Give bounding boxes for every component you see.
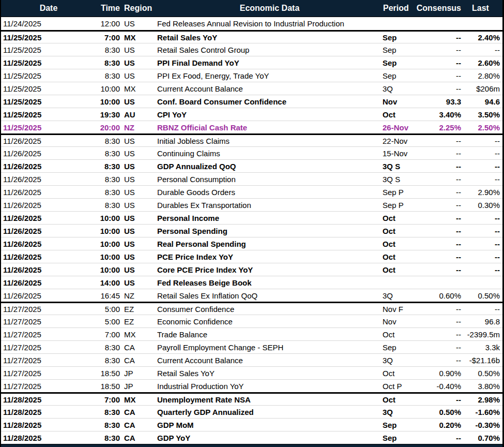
cell-consensus: -- [416, 343, 461, 352]
cell-period: Sep [382, 58, 416, 67]
cell-period: Oct [382, 369, 416, 378]
table-row[interactable]: 11/25/202510:00USConf. Board Consumer Co… [1, 95, 502, 108]
table-row[interactable]: 11/28/20257:00MXUnemployment Rate NSAOct… [1, 392, 502, 405]
cell-date: 11/27/2025 [1, 369, 96, 378]
cell-consensus: 0.50% [416, 408, 461, 416]
table-row[interactable]: 11/27/202518:50JPIndustrial Production Y… [1, 379, 502, 392]
cell-period: Oct [382, 110, 416, 119]
cell-event: PPI Ex Food, Energy, Trade YoY [157, 71, 382, 80]
cell-region: MX [120, 84, 157, 93]
cell-region: NZ [120, 123, 157, 132]
table-row[interactable]: 11/25/20258:30USPPI Final Demand YoYSep-… [1, 56, 502, 69]
cell-last: -- [461, 214, 502, 222]
table-row[interactable]: 11/27/20255:00EZEconomic ConfidenceNov--… [1, 315, 502, 327]
cell-time: 18:50 [96, 369, 120, 378]
table-row[interactable]: 11/28/20258:30CAGDP MoMSep0.20%-0.30% [1, 418, 502, 431]
cell-date: 11/26/2025 [1, 227, 96, 235]
table-row[interactable]: 11/24/202512:00USFed Releases Annual Rev… [1, 17, 502, 30]
table-row[interactable]: 11/26/202510:00USPersonal IncomeOct---- [1, 211, 502, 224]
cell-region: US [120, 227, 157, 235]
cell-time: 8:30 [96, 137, 120, 145]
cell-consensus: -- [416, 149, 461, 158]
cell-period: Oct [382, 240, 416, 248]
table-row[interactable]: 11/25/20258:30USPPI Ex Food, Energy, Tra… [1, 69, 502, 82]
cell-consensus: 93.3 [416, 97, 461, 106]
cell-period: Nov [382, 317, 416, 326]
cell-period: Sep [382, 434, 416, 442]
cell-region: US [120, 46, 157, 54]
cell-last: 2.98% [461, 395, 502, 404]
cell-time: 8:30 [96, 71, 120, 80]
table-row[interactable]: 11/26/20258:30USInitial Jobless Claims22… [1, 133, 502, 146]
table-row[interactable]: 11/26/20258:30USPersonal Consumption3Q S… [1, 172, 502, 185]
table-row[interactable]: 11/27/20257:00MXTrade BalanceOct---2399.… [1, 327, 502, 340]
table-row[interactable]: 11/26/202510:00USPersonal SpendingOct---… [1, 224, 502, 237]
cell-date: 11/26/2025 [1, 291, 96, 300]
table-row[interactable]: 11/26/202516:45NZRetail Sales Ex Inflati… [1, 289, 502, 302]
cell-date: 11/25/2025 [1, 71, 96, 80]
cell-event: Real Personal Spending [157, 240, 382, 248]
cell-event: Personal Income [157, 214, 382, 222]
cell-period: Sep [382, 71, 416, 80]
cell-period: Oct [382, 330, 416, 339]
cell-region: CA [120, 421, 157, 429]
table-row[interactable]: 11/25/202520:00NZRBNZ Official Cash Rate… [1, 121, 502, 133]
table-row[interactable]: 11/27/202518:50JPRetail Sales YoYOct0.90… [1, 366, 502, 379]
cell-last: 94.6 [461, 97, 502, 106]
table-row[interactable]: 11/25/202510:00MXCurrent Account Balance… [1, 82, 502, 95]
cell-event: Fed Releases Beige Book [157, 278, 382, 287]
cell-time: 10:00 [96, 252, 120, 261]
cell-date: 11/27/2025 [1, 382, 96, 391]
cell-last: 3.3k [461, 343, 502, 352]
cell-consensus: -- [416, 162, 461, 171]
cell-region: US [120, 201, 157, 210]
table-row[interactable]: 11/25/20258:30USRetail Sales Control Gro… [1, 43, 502, 56]
cell-last: -- [461, 149, 502, 158]
cell-period: Sep P [382, 201, 416, 210]
table-row[interactable]: 11/25/20257:00MXRetail Sales YoYSep--2.4… [1, 30, 502, 43]
table-row[interactable]: 11/27/20255:00EZConsumer ConfidenceNov F… [1, 302, 502, 315]
table-row[interactable]: 11/27/20258:30CAPayroll Employment Chang… [1, 340, 502, 353]
table-row[interactable]: 11/26/202510:00USPCE Price Index YoYOct-… [1, 250, 502, 263]
cell-region: JP [120, 382, 157, 391]
cell-event: Personal Spending [157, 227, 382, 235]
cell-period: Oct [382, 252, 416, 261]
cell-consensus: -- [416, 188, 461, 197]
cell-region: MX [120, 330, 157, 339]
cell-event: Personal Consumption [157, 175, 382, 184]
cell-region: US [120, 188, 157, 197]
cell-date: 11/25/2025 [1, 110, 96, 119]
table-row[interactable]: 11/26/202514:00USFed Releases Beige Book [1, 276, 502, 289]
table-row[interactable]: 11/28/20258:30CAQuarterly GDP Annualized… [1, 405, 502, 418]
table-row[interactable]: 11/26/20258:30USDurable Goods OrdersSep … [1, 185, 502, 198]
cell-last: -- [461, 46, 502, 54]
cell-event: Retail Sales YoY [157, 33, 382, 42]
table-row[interactable]: 11/27/20258:30CACurrent Account Balance3… [1, 353, 502, 366]
table-row[interactable]: 11/28/20258:30CAGDP YoYSep--0.70% [1, 431, 502, 444]
table-row[interactable]: 11/26/20258:30USGDP Annualized QoQ3Q S--… [1, 159, 502, 172]
cell-last: -- [461, 240, 502, 248]
cell-date: 11/25/2025 [1, 58, 96, 67]
table-row[interactable]: 11/25/202519:30AUCPI YoYOct3.40%3.50% [1, 108, 502, 121]
cell-period: 3Q [382, 356, 416, 365]
cell-consensus: -- [416, 137, 461, 145]
cell-event: Retail Sales YoY [157, 369, 382, 378]
cell-event: Fed Releases Annual Revision to Industri… [157, 19, 382, 28]
table-row[interactable]: 11/26/20258:30USContinuing Claims15-Nov-… [1, 146, 502, 159]
cell-time: 10:00 [96, 265, 120, 274]
cell-date: 11/26/2025 [1, 252, 96, 261]
table-row[interactable]: 11/26/202510:00USReal Personal SpendingO… [1, 237, 502, 250]
cell-time: 7:00 [96, 33, 120, 42]
table-body: 11/24/202512:00USFed Releases Annual Rev… [1, 17, 502, 444]
cell-event: Current Account Balance [157, 356, 382, 365]
cell-date: 11/26/2025 [1, 162, 96, 171]
cell-consensus: -- [416, 71, 461, 80]
table-row[interactable]: 11/26/202510:00USCore PCE Price Index Yo… [1, 263, 502, 276]
cell-consensus: -- [416, 330, 461, 339]
cell-event: Retail Sales Control Group [157, 46, 382, 54]
cell-period: 3Q S [382, 175, 416, 184]
cell-last: 2.90% [461, 188, 502, 197]
cell-time: 5:00 [96, 317, 120, 326]
table-row[interactable]: 11/26/20258:30USDurables Ex Transportati… [1, 198, 502, 211]
cell-last: 96.8 [461, 317, 502, 326]
